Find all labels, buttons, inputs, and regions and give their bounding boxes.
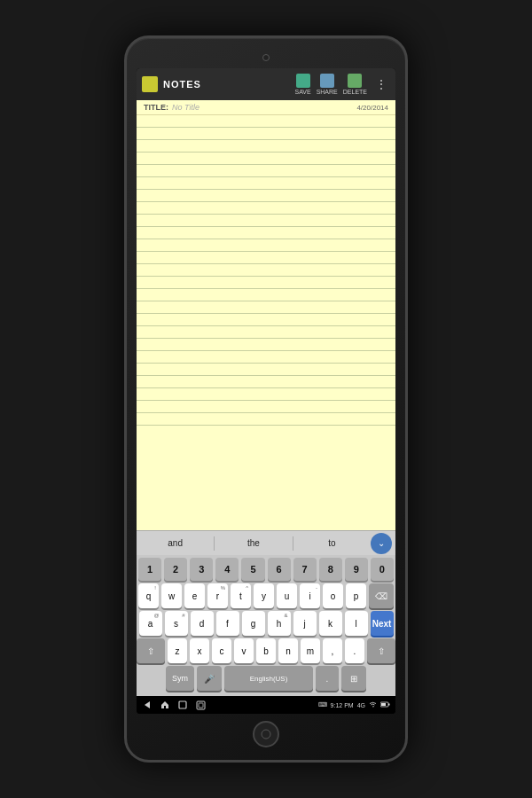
key-a[interactable]: a@: [139, 611, 162, 636]
line: [137, 239, 395, 252]
key-z[interactable]: z: [168, 638, 187, 663]
line: [137, 339, 395, 351]
key-comma[interactable]: ,: [323, 638, 342, 663]
note-date: 4/20/2014: [356, 104, 388, 112]
line: [137, 153, 395, 165]
shift-key-right[interactable]: ⇧: [367, 638, 395, 663]
next-key[interactable]: Next: [371, 611, 394, 636]
key-5[interactable]: 5: [241, 558, 264, 581]
note-lines[interactable]: [137, 115, 395, 530]
line: [137, 351, 395, 364]
line: [137, 165, 395, 177]
key-period[interactable]: .: [316, 666, 339, 691]
svg-rect-4: [199, 703, 203, 708]
save-button[interactable]: SAVE: [294, 74, 310, 95]
suggestion-1[interactable]: and: [137, 538, 214, 548]
line: [137, 140, 395, 153]
recents-nav-icon[interactable]: [177, 700, 188, 710]
keyboard-status-icon: ⌨: [318, 701, 327, 708]
line: [137, 376, 395, 388]
key-b[interactable]: b: [256, 638, 276, 663]
title-input[interactable]: No Title: [172, 103, 356, 112]
line: [137, 388, 395, 401]
line: [137, 128, 395, 140]
line: [137, 177, 395, 190]
key-p[interactable]: p: [346, 583, 366, 608]
key-x[interactable]: x: [190, 638, 209, 663]
key-8[interactable]: 8: [319, 558, 342, 581]
key-c[interactable]: c: [212, 638, 231, 663]
key-u[interactable]: u: [277, 583, 297, 608]
key-y[interactable]: y: [254, 583, 274, 608]
key-d[interactable]: d: [191, 611, 214, 636]
time-display: 9:12 PM: [331, 702, 354, 708]
app-title: NOTES: [163, 79, 294, 90]
clipboard-key[interactable]: ⊞: [341, 666, 366, 691]
suggestions-bar: and the to ⌄: [137, 530, 395, 555]
key-2[interactable]: 2: [164, 558, 187, 581]
key-o[interactable]: o: [323, 583, 343, 608]
line: [137, 413, 395, 426]
key-v[interactable]: v: [234, 638, 254, 663]
share-button[interactable]: SHARE: [317, 74, 338, 95]
keyboard-row-2: a@ s# d f g h& j k l Next: [138, 611, 394, 636]
backspace-key[interactable]: ⌫: [369, 583, 394, 608]
key-m[interactable]: m: [301, 638, 320, 663]
home-nav-icon[interactable]: [160, 700, 170, 710]
key-6[interactable]: 6: [268, 558, 291, 581]
key-h[interactable]: h&: [268, 611, 291, 636]
suggestion-2[interactable]: the: [215, 538, 292, 548]
key-j[interactable]: j: [293, 611, 317, 636]
key-f[interactable]: f: [216, 611, 239, 636]
screen: NOTES SAVE SHARE DELETE ⋮ TITL: [137, 68, 395, 714]
key-s[interactable]: s#: [165, 611, 188, 636]
key-period2[interactable]: .: [345, 638, 364, 663]
key-1[interactable]: 1: [138, 558, 161, 581]
delete-button[interactable]: DELETE: [343, 74, 367, 95]
svg-rect-6: [388, 704, 390, 706]
shift-key[interactable]: ⇧: [137, 638, 165, 663]
note-content[interactable]: [137, 115, 395, 530]
back-nav-icon[interactable]: [142, 700, 153, 710]
key-n[interactable]: n: [278, 638, 298, 663]
key-l[interactable]: l: [345, 611, 368, 636]
home-button[interactable]: [253, 721, 279, 747]
key-3[interactable]: 3: [190, 558, 213, 581]
line: [137, 401, 395, 413]
suggestion-3[interactable]: to: [293, 538, 371, 548]
key-q[interactable]: q!: [138, 583, 159, 608]
key-t[interactable]: t^: [231, 583, 251, 608]
expand-suggestions-button[interactable]: ⌄: [371, 533, 392, 554]
key-w[interactable]: w: [161, 583, 182, 608]
key-7[interactable]: 7: [293, 558, 317, 581]
key-r[interactable]: r%: [207, 583, 228, 608]
key-e[interactable]: e: [184, 583, 205, 608]
status-right: ⌨ 9:12 PM 4G: [318, 701, 390, 708]
key-4[interactable]: 4: [215, 558, 239, 581]
mic-key[interactable]: 🎤: [197, 666, 222, 691]
key-i[interactable]: i-: [300, 583, 320, 608]
note-area: TITLE: No Title 4/20/2014: [137, 100, 395, 530]
status-bar: ⌨ 9:12 PM 4G: [137, 696, 395, 714]
svg-marker-1: [161, 701, 168, 708]
share-icon: [320, 74, 334, 88]
device: NOTES SAVE SHARE DELETE ⋮ TITL: [124, 35, 408, 763]
key-0[interactable]: 0: [371, 558, 394, 581]
key-k[interactable]: k: [319, 611, 342, 636]
key-9[interactable]: 9: [345, 558, 368, 581]
camera: [262, 54, 270, 61]
more-options-button[interactable]: ⋮: [372, 77, 390, 91]
wifi-icon: [369, 701, 377, 708]
screenshot-nav-icon[interactable]: [195, 700, 206, 710]
line: [137, 215, 395, 227]
space-key[interactable]: English(US): [224, 666, 313, 691]
line: [137, 264, 395, 277]
keyboard-row-3: ⇧ z x c v b n m , . ⇧: [138, 638, 394, 663]
svg-rect-2: [179, 701, 186, 708]
sym-key[interactable]: Sym: [166, 666, 194, 691]
key-g[interactable]: g: [242, 611, 265, 636]
keyboard-bottom-row: Sym 🎤 English(US) . ⊞: [138, 666, 394, 691]
svg-rect-7: [381, 703, 386, 706]
line: [137, 289, 395, 301]
line: [137, 277, 395, 289]
